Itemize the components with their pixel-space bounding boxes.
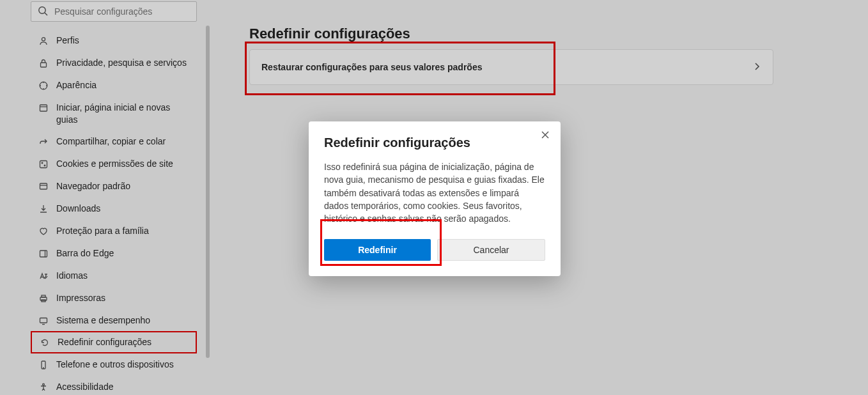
sidebar-item-profiles[interactable]: Perfis <box>31 29 197 52</box>
sidebar-item-label: Sistema e desempenho <box>56 314 189 327</box>
reset-icon <box>40 337 50 348</box>
svg-point-0 <box>39 6 45 13</box>
download-icon <box>38 204 49 214</box>
sidebar-item-cookies[interactable]: Cookies e permissões de site <box>31 153 197 175</box>
sidebar-item-label: Aparência <box>56 79 189 91</box>
svg-point-2 <box>42 38 45 41</box>
sidebar-scrollbar[interactable] <box>206 26 210 358</box>
annotation-highlight-row <box>245 42 555 95</box>
language-icon <box>38 271 49 281</box>
cancel-button[interactable]: Cancelar <box>437 239 545 261</box>
sidebar-item-reset[interactable]: Redefinir configurações <box>31 331 197 353</box>
dialog-body: Isso redefinirá sua página de inicializa… <box>324 160 545 225</box>
page-title: Redefinir configurações <box>249 26 830 42</box>
sidebar-item-label: Proteção para a família <box>56 225 189 237</box>
sidebar-item-label: Navegador padrão <box>56 180 189 192</box>
sidebar-item-downloads[interactable]: Downloads <box>31 198 197 220</box>
lock-icon <box>38 58 49 68</box>
svg-line-1 <box>45 13 47 15</box>
accessibility-icon <box>38 382 49 392</box>
sidebar-item-label: Privacidade, pesquisa e serviços <box>56 57 189 69</box>
dialog-title: Redefinir configurações <box>324 136 545 150</box>
svg-rect-10 <box>40 183 47 189</box>
search-placeholder: Pesquisar configurações <box>54 6 152 17</box>
dialog-close-button[interactable] <box>539 129 552 142</box>
cookies-icon <box>38 159 49 169</box>
appearance-icon <box>38 81 49 91</box>
sidebar-item-system[interactable]: Sistema e desempenho <box>31 309 197 332</box>
sidebar-item-label: Cookies e permissões de site <box>56 158 189 170</box>
sidebar-item-privacy[interactable]: Privacidade, pesquisa e serviços <box>31 52 197 74</box>
sidebar-item-languages[interactable]: Idiomas <box>31 265 197 287</box>
svg-rect-17 <box>40 318 47 323</box>
sidebar-item-start[interactable]: Iniciar, página inicial e novas guias <box>31 97 197 131</box>
family-icon <box>38 226 49 236</box>
sidebar-icon <box>38 249 49 259</box>
sidebar-item-label: Impressoras <box>56 292 189 304</box>
search-input[interactable]: Pesquisar configurações <box>31 1 197 22</box>
system-icon <box>38 316 49 326</box>
sidebar-item-label: Perfis <box>56 35 189 47</box>
close-icon <box>541 130 550 141</box>
search-icon <box>38 6 48 18</box>
sidebar-item-family[interactable]: Proteção para a família <box>31 220 197 242</box>
sidebar-item-phone[interactable]: Telefone e outros dispositivos <box>31 353 197 376</box>
sidebar-item-label: Idiomas <box>56 270 189 282</box>
start-icon <box>38 103 49 113</box>
chevron-right-icon <box>752 62 761 73</box>
sidebar-item-label: Compartilhar, copiar e colar <box>56 136 189 148</box>
share-icon <box>38 137 49 147</box>
sidebar-item-appearance[interactable]: Aparência <box>31 74 197 97</box>
svg-rect-5 <box>40 105 47 111</box>
sidebar-item-share[interactable]: Compartilhar, copiar e colar <box>31 130 197 153</box>
svg-point-21 <box>43 383 45 385</box>
sidebar-item-label: Barra do Edge <box>56 247 189 259</box>
sidebar-item-label: Acessibilidade <box>56 381 189 393</box>
svg-rect-7 <box>40 161 47 168</box>
sidebar-item-label: Telefone e outros dispositivos <box>56 359 189 371</box>
reset-confirm-button[interactable]: Redefinir <box>324 239 431 261</box>
svg-point-8 <box>42 163 43 164</box>
svg-rect-12 <box>40 251 47 257</box>
sidebar-item-label: Iniciar, página inicial e novas guias <box>56 102 189 126</box>
svg-rect-15 <box>42 295 45 297</box>
svg-rect-3 <box>41 63 47 67</box>
phone-icon <box>38 360 49 370</box>
sidebar: Pesquisar configurações Perfis Privacida… <box>0 0 211 395</box>
reset-dialog: Redefinir configurações Isso redefinirá … <box>309 121 561 276</box>
dialog-buttons: Redefinir Cancelar <box>324 239 545 261</box>
browser-icon <box>38 182 49 192</box>
sidebar-item-label: Downloads <box>56 203 189 215</box>
sidebar-item-printers[interactable]: Impressoras <box>31 287 197 309</box>
profile-icon <box>38 36 49 46</box>
svg-point-9 <box>44 166 45 167</box>
sidebar-item-edge-bar[interactable]: Barra do Edge <box>31 242 197 265</box>
printer-icon <box>38 293 49 304</box>
sidebar-item-default-browser[interactable]: Navegador padrão <box>31 175 197 198</box>
sidebar-item-label: Redefinir configurações <box>58 336 188 348</box>
sidebar-item-accessibility[interactable]: Acessibilidade <box>31 376 197 395</box>
sidebar-nav: Perfis Privacidade, pesquisa e serviços … <box>31 29 211 395</box>
